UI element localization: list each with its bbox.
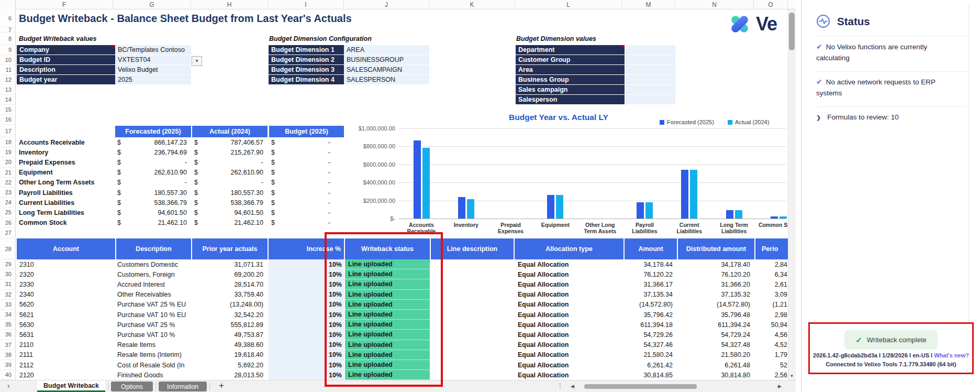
- detail-cell-line-description[interactable]: [431, 290, 514, 300]
- dimension-config-value-cell[interactable]: AREA: [344, 45, 429, 55]
- detail-cell-distributed[interactable]: 35,796.48: [678, 310, 754, 320]
- detail-cell-amount[interactable]: 30,814.85: [625, 370, 677, 380]
- detail-cell-increase[interactable]: 10%: [269, 269, 344, 279]
- detail-cell-line-description[interactable]: [431, 330, 514, 340]
- detail-cell-line-description[interactable]: [431, 320, 514, 330]
- detail-cell-description[interactable]: Purchase VAT 25 %: [116, 320, 191, 330]
- dimension-value-value-cell[interactable]: [626, 55, 675, 64]
- detail-cell-line-description[interactable]: [431, 340, 514, 350]
- summary-value-cell[interactable]: $180,557.30: [192, 188, 268, 198]
- summary-value-cell[interactable]: $-: [269, 137, 344, 147]
- detail-cell-allocation[interactable]: Equal Allocation: [515, 360, 623, 370]
- detail-cell-increase[interactable]: 10%: [269, 310, 344, 320]
- detail-cell-line-description[interactable]: [431, 259, 514, 269]
- detail-header-cell[interactable]: Perio: [755, 238, 788, 259]
- detail-cell-description[interactable]: Purchase VAT 25 % EU: [116, 300, 191, 310]
- dimension-value-value-cell[interactable]: [626, 75, 675, 84]
- summary-row-label[interactable]: Common Stock: [19, 218, 113, 228]
- add-sheet-button[interactable]: +: [219, 380, 224, 391]
- summary-value-cell[interactable]: $538,366.79: [192, 198, 268, 208]
- writeback-label-cell[interactable]: Budget year: [17, 75, 115, 84]
- detail-header-cell[interactable]: Description: [116, 238, 191, 259]
- summary-value-cell[interactable]: $21,462.10: [115, 218, 191, 228]
- detail-cell-period[interactable]: 2,61: [755, 279, 788, 289]
- writeback-value-cell[interactable]: Velixo Budget: [115, 65, 191, 74]
- detail-cell-description[interactable]: Customers, Foreign: [116, 269, 191, 279]
- dimension-config-label-cell[interactable]: Budget Dimension 3: [269, 65, 344, 74]
- detail-cell-allocation[interactable]: Equal Allocation: [515, 350, 623, 360]
- summary-value-cell[interactable]: $866,147.23: [115, 137, 191, 147]
- row-number[interactable]: 16: [0, 115, 15, 125]
- detail-cell-increase[interactable]: 10%: [269, 360, 344, 370]
- detail-cell-status[interactable]: Line uploaded: [345, 290, 430, 300]
- dimension-value-label-cell[interactable]: Sales campaign: [516, 85, 625, 94]
- budget-id-dropdown[interactable]: ▼: [192, 56, 202, 66]
- detail-cell-status[interactable]: Line uploaded: [345, 269, 430, 279]
- detail-cell-line-description[interactable]: [431, 300, 514, 310]
- detail-cell-status[interactable]: Line uploaded: [345, 330, 430, 340]
- dimension-value-label-cell[interactable]: Department: [516, 45, 625, 55]
- row-number[interactable]: 30: [0, 269, 15, 279]
- row-number[interactable]: 27: [0, 228, 15, 238]
- column-letter[interactable]: J: [344, 0, 429, 9]
- detail-cell-increase[interactable]: 10%: [269, 259, 344, 269]
- row-number[interactable]: 14: [0, 95, 15, 105]
- dimension-config-value-cell[interactable]: BUSINESSGROUP: [344, 55, 429, 64]
- detail-cell-account[interactable]: 2112: [17, 360, 115, 370]
- column-letter[interactable]: G: [113, 0, 191, 9]
- row-number[interactable]: 29: [0, 259, 15, 269]
- detail-cell-line-description[interactable]: [431, 279, 514, 289]
- row-number[interactable]: 22: [0, 178, 15, 188]
- detail-cell-amount[interactable]: 37,135.34: [625, 290, 677, 300]
- summary-row-label[interactable]: Inventory: [19, 147, 113, 157]
- detail-cell-account[interactable]: 5620: [17, 300, 115, 310]
- row-number[interactable]: 21: [0, 168, 15, 178]
- row-number[interactable]: 12: [0, 75, 15, 85]
- detail-cell-increase[interactable]: 10%: [269, 300, 344, 310]
- detail-cell-period[interactable]: 2,84: [755, 259, 788, 269]
- summary-row-label[interactable]: Payroll Liabilities: [19, 188, 113, 198]
- dimension-config-value-cell[interactable]: SALESCAMPAIGN: [344, 65, 429, 74]
- detail-cell-status[interactable]: Line uploaded: [345, 259, 430, 269]
- writeback-value-cell[interactable]: VXTEST04: [115, 55, 191, 64]
- detail-header-cell[interactable]: Account: [17, 238, 115, 259]
- detail-cell-line-description[interactable]: [431, 350, 514, 360]
- vertical-scrollbar-thumb[interactable]: [789, 13, 795, 50]
- summary-value-cell[interactable]: $262,610.90: [192, 168, 268, 178]
- row-number[interactable]: 31: [0, 279, 15, 289]
- row-number[interactable]: 9: [0, 45, 15, 55]
- detail-cell-period[interactable]: 2,98: [755, 310, 788, 320]
- detail-cell-period[interactable]: 52: [755, 360, 788, 370]
- detail-cell-account[interactable]: 2340: [17, 290, 115, 300]
- detail-cell-amount[interactable]: (14,572.80): [625, 300, 677, 310]
- detail-cell-account[interactable]: 2111: [17, 350, 115, 360]
- scroll-right-button[interactable]: ▶: [778, 384, 782, 389]
- detail-cell-increase[interactable]: 10%: [269, 370, 344, 380]
- detail-cell-amount[interactable]: 21,580.24: [625, 350, 677, 360]
- detail-header-cell[interactable]: Prior year actuals: [192, 238, 268, 259]
- row-number[interactable]: 36: [0, 330, 15, 340]
- detail-cell-description[interactable]: Resale Items: [116, 340, 191, 350]
- row-number[interactable]: 37: [0, 340, 15, 350]
- row-number[interactable]: 38: [0, 350, 15, 360]
- detail-cell-period[interactable]: 3,09: [755, 290, 788, 300]
- summary-value-cell[interactable]: $538,366.79: [115, 198, 191, 208]
- detail-cell-increase[interactable]: 10%: [269, 320, 344, 330]
- column-letter[interactable]: I: [268, 0, 344, 9]
- status-item-formulas[interactable]: ❯Formulas to review: 10: [816, 112, 963, 123]
- row-number[interactable]: 18: [0, 137, 15, 147]
- detail-cell-distributed[interactable]: 6,261.48: [678, 360, 754, 370]
- dimension-value-label-cell[interactable]: Business Group: [516, 75, 625, 84]
- summary-value-cell[interactable]: $-: [269, 157, 344, 167]
- detail-cell-allocation[interactable]: Equal Allocation: [515, 320, 623, 330]
- detail-cell-status[interactable]: Line uploaded: [345, 320, 430, 330]
- detail-cell-increase[interactable]: 10%: [269, 330, 344, 340]
- summary-value-cell[interactable]: $180,557.30: [115, 188, 191, 198]
- detail-cell-distributed[interactable]: 31,366.20: [678, 279, 754, 289]
- detail-cell-distributed[interactable]: (14,572.80): [678, 300, 754, 310]
- select-all-corner[interactable]: [0, 0, 16, 9]
- detail-cell-account[interactable]: 2320: [17, 269, 115, 279]
- dimension-config-label-cell[interactable]: Budget Dimension 4: [269, 75, 344, 84]
- summary-value-cell[interactable]: $21,462.10: [192, 218, 268, 228]
- detail-cell-status[interactable]: Line uploaded: [345, 279, 430, 289]
